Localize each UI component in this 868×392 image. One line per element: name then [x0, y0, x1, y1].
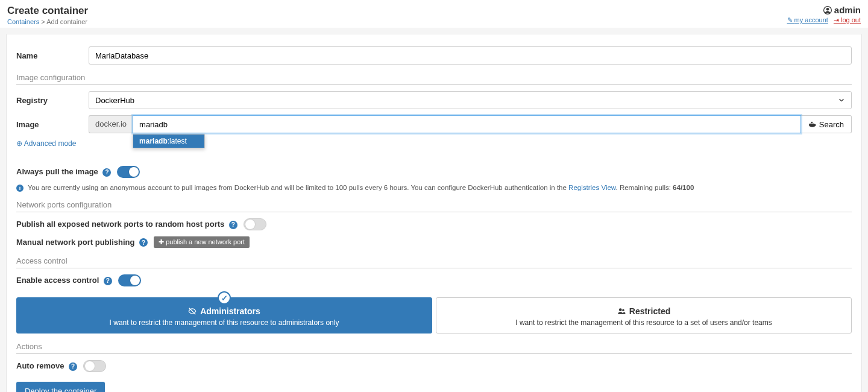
- manual-port-label: Manual network port publishing ?: [16, 238, 148, 247]
- check-icon: ✓: [218, 291, 231, 305]
- image-input[interactable]: [133, 115, 801, 133]
- publish-all-toggle[interactable]: [244, 218, 266, 230]
- breadcrumb-link-containers[interactable]: Containers: [7, 18, 39, 25]
- access-card-restricted[interactable]: ✓ Restricted I want to restrict the mana…: [436, 297, 852, 334]
- deploy-container-button[interactable]: Deploy the container: [16, 382, 105, 392]
- registry-select[interactable]: DockerHub: [89, 91, 852, 109]
- help-icon[interactable]: ?: [104, 277, 112, 285]
- info-icon: i: [16, 185, 24, 192]
- topbar: Create container Containers > Add contai…: [0, 0, 868, 28]
- user-circle-icon: [823, 6, 832, 14]
- page-title: Create container: [7, 5, 88, 17]
- registry-label: Registry: [16, 96, 89, 105]
- access-card-administrators[interactable]: ✓ Administrators I want to restrict the …: [16, 297, 432, 334]
- section-actions: Actions: [16, 342, 852, 354]
- enable-access-toggle[interactable]: [118, 274, 141, 286]
- section-access-control: Access control: [16, 256, 852, 268]
- autocomplete-item-mariadb-latest[interactable]: mariadb:latest: [133, 134, 204, 148]
- image-label: Image: [16, 120, 89, 129]
- my-account-link[interactable]: ✎ my account: [787, 16, 828, 24]
- enable-access-label: Enable access control ?: [16, 276, 112, 285]
- dockerhub-info: i You are currently using an anonymous a…: [16, 184, 852, 192]
- search-button[interactable]: Search: [801, 115, 852, 133]
- help-icon[interactable]: ?: [69, 362, 77, 371]
- publish-new-port-button[interactable]: ✚ publish a new network port: [154, 236, 250, 248]
- create-container-panel: Name Image configuration Registry Docker…: [6, 34, 862, 392]
- help-icon[interactable]: ?: [139, 238, 148, 247]
- globe-icon: ⊕: [16, 139, 22, 148]
- always-pull-label: Always pull the image ?: [16, 167, 111, 177]
- user-indicator: admin: [784, 5, 861, 15]
- registries-view-link[interactable]: Registries View: [568, 184, 615, 191]
- svg-point-7: [619, 308, 622, 311]
- breadcrumb: Containers > Add container: [7, 18, 88, 25]
- username: admin: [834, 5, 861, 15]
- name-label: Name: [16, 51, 89, 60]
- advanced-mode-link[interactable]: ⊕ Advanced mode: [16, 139, 76, 148]
- eye-off-icon: [188, 307, 197, 315]
- always-pull-toggle[interactable]: [117, 166, 140, 178]
- auto-remove-label: Auto remove ?: [16, 361, 77, 371]
- publish-all-label: Publish all exposed network ports to ran…: [16, 220, 237, 229]
- logout-link[interactable]: ⇥ log out: [834, 16, 861, 24]
- image-autocomplete-dropdown: mariadb:latest: [133, 134, 205, 148]
- breadcrumb-current: Add container: [46, 18, 87, 25]
- auto-remove-toggle[interactable]: [83, 360, 106, 372]
- name-input[interactable]: [89, 46, 852, 65]
- docker-icon: [808, 120, 817, 128]
- users-icon: [617, 307, 626, 315]
- help-icon[interactable]: ?: [102, 168, 111, 177]
- svg-point-1: [826, 7, 829, 10]
- section-network-ports: Network ports configuration: [16, 200, 852, 212]
- image-registry-prefix: docker.io: [89, 115, 133, 133]
- help-icon[interactable]: ?: [229, 221, 237, 229]
- section-image-config: Image configuration: [16, 73, 852, 85]
- svg-point-8: [622, 309, 624, 312]
- svg-rect-5: [811, 122, 812, 123]
